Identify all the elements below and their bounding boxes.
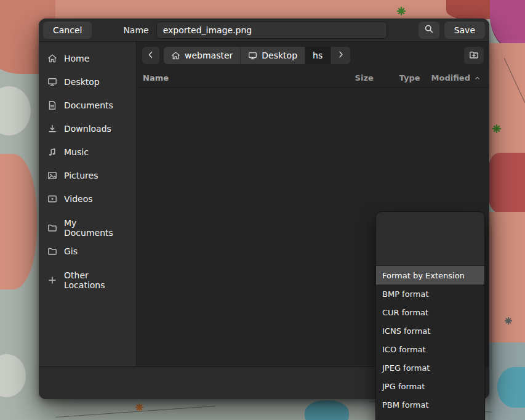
map-region <box>488 212 525 347</box>
sidebar-item-label: Pictures <box>64 171 98 180</box>
format-dropdown-menu: Format by Extension BMP format CUR forma… <box>375 211 485 420</box>
map-region <box>305 400 349 420</box>
sidebar-item-label: Other Locations <box>64 270 127 290</box>
sidebar-item-label: Music <box>64 147 89 157</box>
sidebar-item-label: Videos <box>64 194 93 204</box>
breadcrumb: webmaster Desktop hs <box>164 47 350 64</box>
column-header-modified[interactable]: Modified <box>431 73 483 83</box>
map-region <box>0 354 26 397</box>
menu-item-bmp[interactable]: BMP format <box>376 285 484 303</box>
sidebar-item-music[interactable]: Music <box>39 140 136 164</box>
desktop-icon <box>248 51 257 60</box>
menu-item-pgm[interactable]: PGM format <box>376 414 484 420</box>
sidebar-item-other-locations[interactable]: Other Locations <box>39 269 136 292</box>
chevron-right-icon <box>336 50 345 61</box>
breadcrumb-segment-hs[interactable]: hs <box>305 47 331 64</box>
home-icon <box>47 54 57 63</box>
cancel-button[interactable]: Cancel <box>43 22 92 39</box>
sidebar-item-desktop[interactable]: Desktop <box>39 70 136 94</box>
sidebar-item-label: Gis <box>64 246 78 256</box>
folder-icon <box>47 223 57 233</box>
sidebar-item-gis[interactable]: Gis <box>39 240 136 263</box>
sidebar-item-label: Home <box>64 54 89 63</box>
breadcrumb-label: webmaster <box>185 50 233 60</box>
sidebar-item-pictures[interactable]: Pictures <box>39 164 136 187</box>
sidebar-separator <box>39 211 136 216</box>
new-folder-button[interactable] <box>464 47 484 64</box>
sidebar-item-documents[interactable]: Documents <box>39 94 136 117</box>
sidebar-item-label: My Documents <box>64 218 127 238</box>
videos-icon <box>47 194 57 204</box>
headerbar-actions: Save <box>419 22 485 39</box>
screen: Cancel Name Save Home <box>0 0 525 420</box>
forward-button[interactable] <box>331 47 350 64</box>
map-region <box>0 154 37 289</box>
desktop-icon <box>47 77 57 87</box>
sidebar-separator <box>39 263 136 269</box>
map-region <box>55 0 492 18</box>
pictures-icon <box>47 171 57 180</box>
map-marker-star-orange <box>135 402 143 414</box>
sidebar-item-my-documents[interactable]: My Documents <box>39 216 136 240</box>
sidebar-item-label: Desktop <box>64 77 100 87</box>
folder-icon <box>47 246 57 256</box>
map-region <box>490 0 525 49</box>
places-sidebar: Home Desktop Documents Downloads Music <box>39 42 137 366</box>
map-region <box>0 86 31 135</box>
search-icon <box>424 24 434 36</box>
file-list-header: Name Size Type Modified <box>137 69 489 87</box>
headerbar: Cancel Name Save <box>39 18 489 42</box>
breadcrumb-segment-desktop[interactable]: Desktop <box>241 47 305 64</box>
column-header-size[interactable]: Size <box>355 73 399 83</box>
filename-input[interactable] <box>156 22 387 39</box>
breadcrumb-label: hs <box>313 50 323 60</box>
column-header-label: Modified <box>431 73 470 83</box>
breadcrumb-label: Desktop <box>262 50 297 60</box>
home-icon <box>171 51 180 60</box>
back-button[interactable] <box>142 47 159 64</box>
column-header-name[interactable]: Name <box>143 73 355 83</box>
menu-item-ico[interactable]: ICO format <box>376 340 484 358</box>
filename-group: Name <box>123 22 387 39</box>
search-button[interactable] <box>419 22 439 39</box>
menu-item-jpg[interactable]: JPG format <box>376 377 484 395</box>
sidebar-item-label: Downloads <box>64 124 111 134</box>
documents-icon <box>47 100 57 110</box>
save-button[interactable]: Save <box>444 22 485 39</box>
new-folder-icon <box>469 50 479 62</box>
map-region <box>488 153 525 213</box>
chevron-left-icon <box>146 50 156 62</box>
format-menu-top-area <box>376 212 484 266</box>
column-header-type[interactable]: Type <box>399 73 431 83</box>
sidebar-item-label: Documents <box>64 100 113 110</box>
name-label: Name <box>123 25 148 35</box>
menu-item-format-by-extension[interactable]: Format by Extension <box>376 266 484 285</box>
menu-item-cur[interactable]: CUR format <box>376 303 484 321</box>
sidebar-item-downloads[interactable]: Downloads <box>39 117 136 140</box>
map-region <box>488 43 525 160</box>
plus-icon <box>47 275 57 285</box>
breadcrumb-segment-webmaster[interactable]: webmaster <box>164 47 241 64</box>
menu-item-jpeg[interactable]: JPEG format <box>376 358 484 377</box>
map-boundary-line <box>55 406 215 418</box>
caret-up-icon <box>474 73 481 83</box>
pathbar: webmaster Desktop hs <box>137 42 489 69</box>
menu-item-pbm[interactable]: PBM format <box>376 395 484 414</box>
menu-item-icns[interactable]: ICNS format <box>376 321 484 340</box>
music-icon <box>47 147 57 157</box>
sidebar-item-home[interactable]: Home <box>39 47 136 70</box>
sidebar-item-videos[interactable]: Videos <box>39 187 136 211</box>
downloads-icon <box>47 124 57 134</box>
